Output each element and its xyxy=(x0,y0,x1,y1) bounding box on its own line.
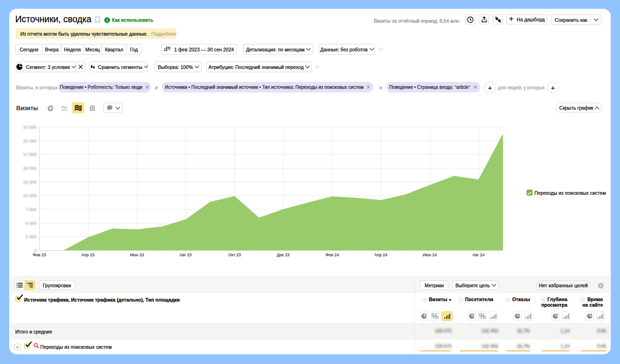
svg-text:i: i xyxy=(106,18,108,23)
